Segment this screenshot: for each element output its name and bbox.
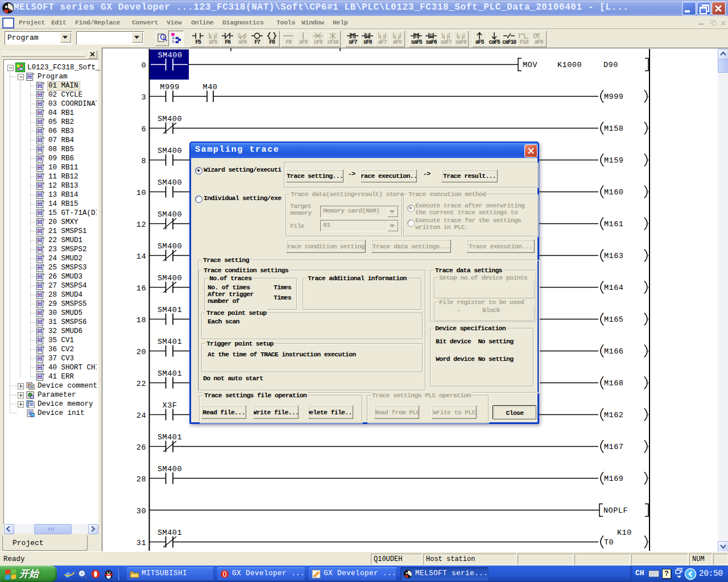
svg-text:SM401: SM401	[158, 433, 182, 442]
svg-text:SM400: SM400	[158, 51, 182, 60]
svg-text:22: 22	[136, 380, 146, 388]
svg-text:31: 31	[136, 539, 146, 547]
svg-text:SM401: SM401	[158, 369, 182, 378]
svg-text:SM400: SM400	[158, 147, 182, 155]
svg-text:M166: M166	[604, 347, 623, 356]
svg-text:K1000: K1000	[557, 61, 582, 69]
svg-text:M162: M162	[604, 411, 623, 419]
svg-text:28: 28	[136, 475, 146, 484]
svg-text:24: 24	[136, 411, 146, 420]
svg-text:MOV: MOV	[523, 61, 537, 69]
svg-text:M999: M999	[604, 93, 623, 101]
svg-text:M161: M161	[604, 220, 623, 228]
svg-text:SM400: SM400	[158, 242, 182, 251]
svg-text:M163: M163	[604, 252, 623, 260]
svg-text:10: 10	[136, 189, 146, 197]
svg-text:SM401: SM401	[158, 529, 182, 537]
svg-text:8: 8	[141, 157, 146, 165]
svg-text:SM400: SM400	[158, 274, 182, 282]
svg-text:X3F: X3F	[163, 401, 177, 410]
svg-text:3: 3	[141, 93, 146, 102]
svg-text:12: 12	[136, 221, 146, 229]
svg-text:SM400: SM400	[158, 178, 182, 187]
svg-text:M158: M158	[604, 124, 623, 133]
svg-text:K10: K10	[617, 529, 632, 537]
svg-text:M169: M169	[604, 475, 623, 483]
svg-text:0: 0	[141, 61, 146, 70]
svg-text:16: 16	[136, 284, 146, 293]
svg-text:M167: M167	[604, 443, 623, 451]
svg-text:M40: M40	[203, 83, 218, 92]
svg-text:30: 30	[136, 507, 146, 516]
svg-text:14: 14	[136, 252, 146, 261]
svg-text:M164: M164	[604, 284, 623, 292]
svg-text:18: 18	[136, 316, 146, 325]
svg-text:26: 26	[136, 443, 146, 452]
svg-text:D90: D90	[603, 61, 618, 69]
svg-text:M160: M160	[604, 188, 623, 197]
svg-text:e: e	[65, 568, 70, 580]
svg-text:6: 6	[141, 125, 146, 134]
svg-text:M159: M159	[604, 156, 623, 165]
svg-text:SM400: SM400	[158, 465, 182, 473]
svg-text:SM400: SM400	[158, 115, 182, 123]
svg-text:M168: M168	[604, 379, 623, 388]
svg-text:T0: T0	[604, 538, 614, 547]
svg-text:20: 20	[136, 348, 146, 356]
svg-text:M165: M165	[604, 315, 623, 324]
svg-text:SM401: SM401	[158, 338, 182, 346]
svg-text:SM401: SM401	[158, 306, 182, 314]
svg-text:NOPLF: NOPLF	[603, 506, 628, 515]
svg-text:M999: M999	[160, 83, 179, 92]
svg-text:SM400: SM400	[158, 210, 182, 219]
